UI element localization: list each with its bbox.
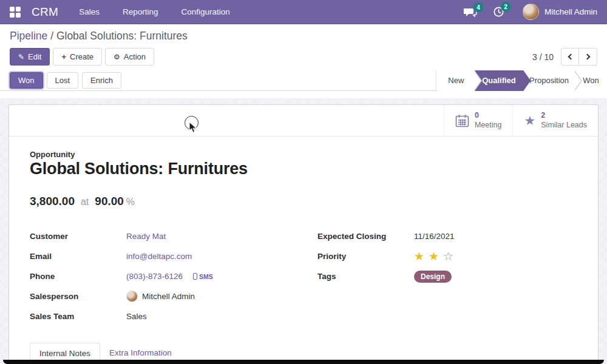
customer-label: Customer [30, 232, 126, 241]
priority-label: Priority [317, 252, 414, 261]
customer-link[interactable]: Ready Mat [126, 232, 166, 241]
email-label: Email [30, 252, 126, 261]
mobile-phone-icon [193, 273, 197, 280]
action-button-label: Action [124, 52, 146, 61]
expected-revenue: 3,800.00 at 90.00 % [30, 195, 577, 208]
edit-button-label: Edit [28, 52, 41, 61]
stage-qualified[interactable]: Qualified [475, 70, 524, 91]
similar-leads-label: Similar Leads [541, 121, 587, 130]
control-panel: Pipeline / Global Solutions: Furnitures … [0, 24, 607, 70]
salesperson-value[interactable]: Mitchell Admin [142, 292, 195, 301]
star-empty-icon[interactable]: ☆ [443, 251, 453, 262]
pager-next-button[interactable] [579, 48, 597, 66]
stage-pipeline: New Qualified Proposition Won [436, 70, 607, 91]
email-link[interactable]: info@deltapc.com [126, 252, 192, 261]
mouse-cursor [189, 121, 197, 133]
window-bottom-edge [3, 360, 604, 364]
sms-label: SMS [199, 273, 213, 280]
meeting-count: 0 [475, 111, 501, 121]
sales-team-value[interactable]: Sales [126, 312, 147, 321]
field-expected-closing: Expected Closing 11/16/2021 [317, 226, 577, 246]
stage-new[interactable]: New [438, 70, 475, 91]
stat-button-box: 0 Meeting ★ 2 Similar Leads [9, 105, 598, 136]
similar-leads-count: 2 [541, 111, 587, 121]
priority-stars: ★ ★ ☆ [414, 251, 453, 262]
record-card: 0 Meeting ★ 2 Similar Leads Opportunity … [8, 104, 599, 364]
tag-design-badge: Design [414, 271, 452, 283]
revenue-amount: 3,800.00 [30, 195, 75, 208]
nav-menu-configuration[interactable]: Configuration [181, 7, 230, 16]
top-navbar: CRM Sales Reporting Configuration 4 2 Mi… [0, 0, 607, 24]
calendar-icon [455, 114, 469, 127]
chevron-right-icon [584, 54, 590, 60]
breadcrumb-current: Global Solutions: Furnitures [56, 30, 188, 42]
lost-button[interactable]: Lost [47, 72, 79, 89]
at-word: at [81, 197, 89, 207]
activities-count-badge: 2 [501, 2, 510, 12]
statusbar: Won Lost Enrich New Qualified Propositio… [0, 70, 607, 91]
field-column-left: Customer Ready Mat Email info@deltapc.co… [30, 226, 290, 326]
won-button[interactable]: Won [10, 72, 43, 89]
field-phone: Phone (803)-873-6126 SMS [30, 266, 290, 286]
pencil-icon: ✎ [18, 53, 24, 61]
tags-label: Tags [317, 272, 414, 281]
chevron-left-icon [568, 54, 574, 60]
salesperson-avatar [126, 291, 138, 302]
salesperson-label: Salesperson [30, 292, 126, 301]
field-sales-team: Sales Team Sales [30, 306, 290, 326]
probability-value: 90.00 [95, 195, 124, 208]
field-column-right: Expected Closing 11/16/2021 Priority ★ ★… [317, 226, 577, 326]
meeting-label: Meeting [475, 121, 501, 130]
star-filled-icon[interactable]: ★ [429, 251, 439, 262]
app-title[interactable]: CRM [32, 5, 58, 19]
star-filled-icon[interactable]: ★ [414, 251, 424, 262]
field-email: Email info@deltapc.com [30, 246, 290, 266]
field-tags: Tags Design [317, 266, 577, 286]
form-background: 0 Meeting ★ 2 Similar Leads Opportunity … [0, 98, 607, 364]
field-salesperson: Salesperson Mitchell Admin [30, 286, 290, 306]
create-button[interactable]: + Create [53, 48, 102, 66]
activities-icon[interactable]: 2 [493, 6, 504, 18]
page-title: Global Solutions: Furnitures [30, 160, 577, 178]
user-avatar[interactable] [523, 4, 539, 20]
expected-closing-label: Expected Closing [317, 232, 414, 241]
sms-button[interactable]: SMS [193, 273, 213, 280]
create-button-label: Create [70, 52, 93, 61]
field-customer: Customer Ready Mat [30, 226, 290, 246]
star-icon: ★ [524, 114, 535, 127]
breadcrumb: Pipeline / Global Solutions: Furnitures [10, 30, 597, 42]
pager-previous-button[interactable] [561, 48, 579, 66]
expected-closing-value: 11/16/2021 [414, 232, 455, 241]
plus-icon: + [61, 52, 66, 61]
sales-team-label: Sales Team [30, 312, 126, 321]
breadcrumb-pipeline-link[interactable]: Pipeline [10, 30, 47, 42]
field-grid: Customer Ready Mat Email info@deltapc.co… [30, 226, 577, 326]
messages-count-badge: 4 [473, 2, 483, 12]
field-priority: Priority ★ ★ ☆ [317, 246, 577, 266]
stage-proposition[interactable]: Proposition [523, 70, 574, 91]
record-type-label: Opportunity [30, 150, 577, 159]
user-name[interactable]: Mitchell Admin [544, 7, 597, 16]
apps-grid-icon[interactable] [10, 7, 21, 18]
nav-menu-reporting[interactable]: Reporting [123, 7, 158, 16]
similar-leads-stat-button[interactable]: ★ 2 Similar Leads [512, 105, 598, 136]
phone-link[interactable]: (803)-873-6126 [126, 272, 183, 281]
meeting-stat-button[interactable]: 0 Meeting [444, 105, 512, 136]
pager-value: 3 / 10 [532, 52, 554, 62]
form-sheet: Opportunity Global Solutions: Furnitures… [9, 136, 598, 363]
phone-label: Phone [30, 272, 126, 281]
nav-menu-sales[interactable]: Sales [79, 7, 100, 16]
edit-button[interactable]: ✎ Edit [10, 48, 50, 66]
gear-icon: ⚙ [114, 53, 120, 61]
record-pager: 3 / 10 [532, 48, 597, 66]
breadcrumb-separator: / [50, 30, 56, 42]
action-button[interactable]: ⚙ Action [105, 48, 154, 66]
enrich-button[interactable]: Enrich [82, 72, 121, 89]
messages-icon[interactable]: 4 [464, 7, 477, 17]
percent-sign: % [126, 197, 135, 207]
